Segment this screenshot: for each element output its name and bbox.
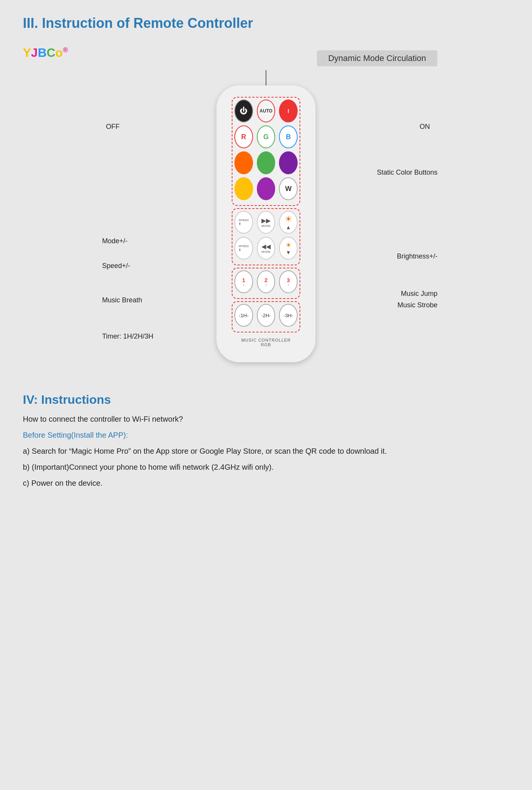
- annotation-timer: Timer: 1H/2H/3H: [102, 332, 153, 340]
- control-row2: SPEED⬇ ◀◀ MODE ☀ ▼: [234, 237, 298, 260]
- power-button-group: ⏻ AUTO I R G B: [232, 97, 300, 206]
- section4-title: IV: Instructions: [23, 393, 509, 407]
- r-button[interactable]: R: [234, 125, 253, 148]
- on-button[interactable]: I: [279, 100, 298, 122]
- music3-sublabel: ♪: [288, 283, 289, 287]
- b-button[interactable]: B: [279, 125, 298, 148]
- brightness-up-icon: ☀: [285, 214, 292, 224]
- timer1-label: -1H-: [239, 313, 248, 318]
- control-row1: SPEED⬆ ▶▶ MODE ☀ ▲: [234, 211, 298, 234]
- annotation-music-jump: Music Jump: [401, 290, 437, 298]
- music1-label: 1: [242, 277, 245, 283]
- timer-row: -1H- -2H- -3H-: [234, 304, 298, 327]
- music2-sublabel: ♪: [265, 283, 267, 287]
- mode-label: MODE: [261, 224, 271, 228]
- rewind-icon: ◀◀: [261, 243, 271, 250]
- music-jump-button[interactable]: 2 ♪: [257, 270, 276, 293]
- arrow-down-line: [266, 70, 266, 85]
- orange-button[interactable]: [234, 151, 253, 174]
- power-off-icon: ⏻: [240, 107, 247, 116]
- mode-back-button[interactable]: ◀◀ MODE: [257, 237, 276, 260]
- music-strobe-button[interactable]: 3 ♪: [279, 270, 298, 293]
- brightness-up-button[interactable]: ☀ ▲: [279, 211, 298, 234]
- remote-body: ⏻ AUTO I R G B: [216, 85, 316, 362]
- remote-section: Dynamic Mode Circulation ⏻ AUTO I: [23, 43, 509, 370]
- section3-title: III. Instruction of Remote Controller: [23, 15, 509, 31]
- mode-forward-button[interactable]: ▶▶ MODE: [257, 211, 276, 234]
- step-b: b) (Important)Connect your phone to home…: [23, 461, 509, 473]
- timer-2h-button[interactable]: -2H-: [257, 304, 276, 327]
- off-button[interactable]: ⏻: [234, 100, 253, 122]
- yellow-button[interactable]: [234, 177, 253, 200]
- annotation-music-strobe: Music Strobe: [397, 301, 437, 309]
- before-setting-label: Before Setting(Install the APP):: [23, 429, 509, 441]
- annotation-brightness: Brightness+/-: [397, 252, 437, 260]
- remote-footer: MUSIC CONTROLLER RGB: [232, 338, 300, 347]
- chevron-down-icon: ▼: [286, 249, 291, 255]
- remote-diagram: Dynamic Mode Circulation ⏻ AUTO I: [95, 50, 437, 362]
- speed-down-button[interactable]: SPEED⬇: [234, 237, 253, 260]
- purple-button[interactable]: [279, 151, 298, 174]
- timer3-label: -3H-: [284, 313, 293, 318]
- green-button[interactable]: [257, 151, 276, 174]
- annotation-speed: Speed+/-: [102, 262, 130, 270]
- music2-label: 2: [264, 277, 268, 283]
- step-c: c) Power on the device.: [23, 477, 509, 489]
- g-button[interactable]: G: [257, 125, 276, 148]
- music-button-group: 1 ♪ 2 ♪ 3 ♪: [232, 268, 300, 299]
- annotation-mode: Mode+/-: [102, 237, 128, 245]
- annotation-on: ON: [420, 123, 430, 131]
- auto-label: AUTO: [260, 108, 272, 114]
- annotation-off: OFF: [106, 123, 120, 131]
- white-button[interactable]: W: [279, 177, 298, 200]
- music-row: 1 ♪ 2 ♪ 3 ♪: [234, 270, 298, 293]
- speed-down-icon: SPEED⬇: [239, 244, 249, 252]
- ff-icon: ▶▶: [261, 217, 271, 224]
- rgb-row: R G B: [234, 125, 298, 148]
- dynamic-mode-label: Dynamic Mode Circulation: [317, 50, 437, 66]
- step-a: a) Search for “Magic Home Pro” on the Ap…: [23, 445, 509, 457]
- annotation-static-color: Static Color Buttons: [377, 169, 437, 177]
- on-label: I: [288, 108, 289, 114]
- brightness-down-button[interactable]: ☀ ▼: [279, 237, 298, 260]
- music1-sublabel: ♪: [243, 283, 244, 287]
- chevron-up-icon: ▲: [286, 224, 291, 230]
- brightness-down-icon: ☀: [285, 241, 292, 249]
- mode-down-label: MODE: [261, 250, 271, 254]
- color-row2: W: [234, 177, 298, 200]
- timer-3h-button[interactable]: -3H-: [279, 304, 298, 327]
- speed-up-icon: SPEED⬆: [239, 218, 249, 226]
- speed-up-button[interactable]: SPEED⬆: [234, 211, 253, 234]
- footer-line2: RGB: [232, 342, 300, 347]
- color-row1: [234, 151, 298, 174]
- section4-question: How to connect the controller to Wi-Fi n…: [23, 413, 509, 425]
- speed-mode-group: SPEED⬆ ▶▶ MODE ☀ ▲ SPEED⬇: [232, 208, 300, 265]
- annotation-music-breath: Music Breath: [102, 296, 142, 304]
- violet-button[interactable]: [257, 177, 276, 200]
- timer-button-group: -1H- -2H- -3H-: [232, 301, 300, 332]
- power-row: ⏻ AUTO I: [234, 100, 298, 122]
- section4: IV: Instructions How to connect the cont…: [23, 393, 509, 489]
- auto-button[interactable]: AUTO: [257, 100, 276, 122]
- footer-line1: MUSIC CONTROLLER: [232, 338, 300, 342]
- timer-1h-button[interactable]: -1H-: [234, 304, 253, 327]
- music3-label: 3: [287, 277, 290, 283]
- music-breath-button[interactable]: 1 ♪: [234, 270, 253, 293]
- timer2-label: -2H-: [261, 313, 271, 318]
